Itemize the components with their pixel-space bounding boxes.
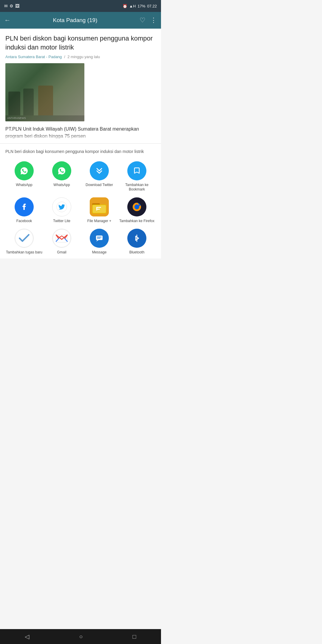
svg-point-15 (134, 205, 139, 209)
signal-icon: ▲H (129, 4, 136, 8)
bluetooth-label: Bluetooth (129, 250, 145, 255)
message-icon (90, 229, 109, 248)
whatsapp2-icon (52, 161, 71, 180)
firefox-label: Tambahkan ke Firefox (119, 219, 154, 224)
facebook-icon (15, 197, 34, 216)
whatsapp1-icon (15, 161, 34, 180)
article-meta: Antara Sumatera Barat - Padang / 2 mingg… (5, 55, 156, 59)
file-manager-icon (90, 197, 109, 216)
share-sheet: PLN beri diskon bagi konsumen pengguna k… (0, 143, 161, 258)
share-item-twitter-lite[interactable]: Twitter Lite (43, 197, 80, 224)
share-item-bluetooth[interactable]: Bluetooth (118, 229, 156, 255)
task-new-icon (15, 229, 34, 248)
image-icon: 🖼 (15, 4, 19, 8)
facebook-label: Facebook (16, 219, 32, 224)
article-area: PLN beri diskon bagi konsumen pengguna k… (0, 29, 161, 143)
share-item-download-twitter[interactable]: Download Twitter (80, 161, 118, 192)
article-image: ANTARANEWS (5, 63, 84, 121)
alarm-icon: ⏰ (123, 4, 127, 8)
whatsapp2-label: WhatsApp (53, 183, 70, 188)
gmail-icon (52, 229, 71, 248)
more-button[interactable]: ⋮ (150, 16, 157, 24)
share-item-whatsapp1[interactable]: WhatsApp (5, 161, 43, 192)
share-item-bookmark[interactable]: Tambahkan ke Bookmark (118, 161, 156, 192)
share-item-gmail[interactable]: Gmail (43, 229, 80, 255)
firefox-icon (127, 197, 146, 216)
article-time: 2 minggu yang lalu (67, 55, 100, 59)
back-button[interactable]: ← (4, 16, 11, 24)
app2-icon: ⚙ (10, 4, 13, 8)
file-manager-label: File Manager + (87, 219, 111, 224)
download-twitter-icon (90, 161, 109, 180)
bookmark-label: Tambahkan ke Bookmark (118, 183, 156, 192)
page-title: Kota Padang (19) (16, 17, 135, 24)
favorite-button[interactable]: ♡ (140, 16, 145, 24)
share-item-firefox[interactable]: Tambahkan ke Firefox (118, 197, 156, 224)
bluetooth-icon (127, 229, 146, 248)
article-body: PT.PLN Unit Induk Wilayah (UIW) Sumatera… (5, 126, 156, 140)
app-bar: ← Kota Padang (19) ♡ ⋮ (0, 12, 161, 29)
status-bar: ✉ ⚙ 🖼 ⏰ ▲H 17% 07.22 (0, 0, 161, 12)
task-new-label: Tambahkan tugas baru (6, 250, 42, 255)
time-text: 07.22 (147, 4, 157, 8)
share-item-facebook[interactable]: Facebook (5, 197, 43, 224)
bookmark-icon (127, 161, 146, 180)
twitter-lite-label: Twitter Lite (53, 219, 70, 224)
whatsapp1-label: WhatsApp (16, 183, 32, 188)
status-right-icons: ⏰ ▲H 17% 07.22 (123, 4, 157, 8)
share-item-whatsapp2[interactable]: WhatsApp (43, 161, 80, 192)
share-item-file-manager[interactable]: File Manager + (80, 197, 118, 224)
svg-point-16 (15, 229, 33, 247)
article-title: PLN beri diskon bagi konsumen pengguna k… (5, 34, 156, 52)
share-sheet-text: PLN beri diskon bagi konsumen pengguna k… (5, 148, 156, 154)
battery-text: 17% (137, 4, 145, 8)
article-source[interactable]: Antara Sumatera Barat - Padang (5, 55, 62, 59)
message-label: Message (92, 250, 107, 255)
svg-rect-23 (96, 236, 103, 240)
share-item-message[interactable]: Message (80, 229, 118, 255)
svg-point-3 (131, 165, 142, 176)
status-left-icons: ✉ ⚙ 🖼 (4, 4, 19, 8)
share-item-task-new[interactable]: Tambahkan tugas baru (5, 229, 43, 255)
share-grid: WhatsApp WhatsApp Download (5, 161, 156, 255)
twitter-lite-icon (52, 197, 71, 216)
svg-rect-12 (96, 207, 97, 210)
download-twitter-label: Download Twitter (86, 183, 113, 188)
mail-icon: ✉ (4, 4, 8, 8)
gmail-label: Gmail (57, 250, 66, 255)
